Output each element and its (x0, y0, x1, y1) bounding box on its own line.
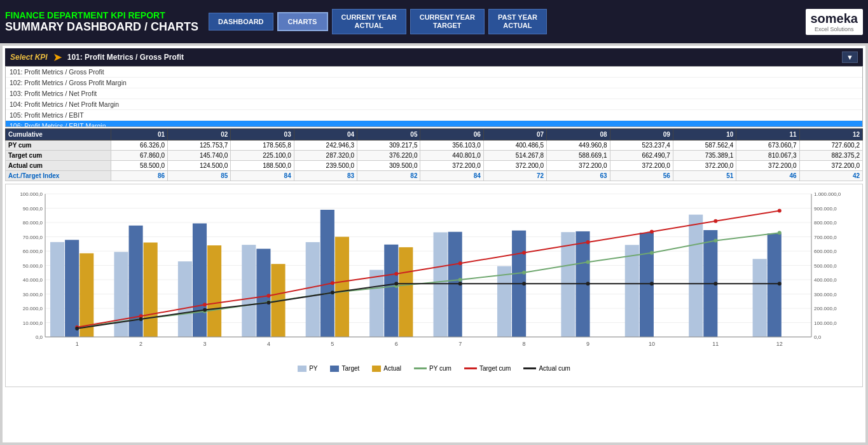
bar-target (320, 210, 334, 337)
chart-dot (331, 281, 334, 285)
table-header: 03 (231, 129, 294, 140)
app-title: FINANCE DEPARTMENT KPI REPORT (5, 10, 198, 20)
table-header: 05 (357, 129, 420, 140)
chart-dot (203, 303, 207, 306)
row-label: Target cum (6, 151, 111, 161)
legend-label: PY cum (429, 365, 451, 372)
chart-dot (266, 301, 270, 305)
x-axis-label: 11 (712, 341, 719, 347)
legend-item: PY (298, 365, 317, 372)
kpi-list-item[interactable]: 106: Profit Metrics / EBIT Margin (6, 121, 862, 127)
x-axis-label: 7 (458, 341, 462, 347)
kpi-list[interactable]: 101: Profit Metrics / Gross Profit102: P… (5, 66, 863, 127)
page-subtitle: SUMMARY DASHBOARD / CHARTS (5, 20, 198, 34)
cell-value: 309.217,5 (357, 140, 420, 151)
kpi-selector-bar: Select KPI ➤ 101: Profit Metrics / Gross… (5, 48, 863, 66)
kpi-dropdown-button[interactable]: ▼ (842, 51, 858, 63)
chart-dot (713, 219, 717, 223)
chart-dot (586, 282, 590, 285)
kpi-list-item[interactable]: 101: Profit Metrics / Gross Profit (6, 67, 862, 78)
chart-dot (713, 239, 717, 243)
logo-name: someka (811, 11, 858, 26)
cell-value: 84 (420, 171, 483, 181)
table-header: 09 (610, 129, 673, 140)
bar-py (50, 242, 64, 337)
cell-value: 372.200,0 (736, 161, 799, 171)
chart-dot (522, 282, 526, 285)
cell-value: 51 (673, 171, 736, 181)
legend-label: Target cum (479, 365, 511, 372)
bar-py (178, 261, 192, 337)
chart-dot (650, 251, 654, 255)
x-axis-label: 8 (523, 341, 526, 347)
cell-value: 372.200,0 (547, 161, 610, 171)
y-axis-right-label: 300.000,0 (814, 292, 837, 298)
bar-py (625, 245, 639, 337)
cell-value: 46 (736, 171, 799, 181)
table-header: 04 (294, 129, 357, 140)
nav-dashboard[interactable]: DASHBOARD (209, 13, 273, 31)
row-label: PY cum (6, 140, 111, 151)
cell-value: 42 (799, 171, 862, 181)
cell-value: 145.740,0 (168, 151, 231, 161)
legend-line-icon (464, 367, 477, 369)
bar-py (242, 245, 256, 337)
cell-value: 242.946,3 (294, 140, 357, 151)
kpi-list-item[interactable]: 102: Profit Metrics / Gross Profit Margi… (6, 78, 862, 88)
chart-dot (331, 291, 334, 294)
bar-actual (399, 247, 413, 337)
cell-value: 588.669,1 (547, 151, 610, 161)
bar-py (306, 242, 320, 337)
table-header: 02 (168, 129, 231, 140)
chart-dot (522, 251, 526, 255)
kpi-list-item[interactable]: 105: Profit Metrics / EBIT (6, 110, 862, 121)
company-logo: someka Excel Solutions (806, 9, 864, 35)
chart-dot (713, 282, 717, 285)
y-axis-left-label: 40.000,0 (23, 277, 43, 283)
nav-past-year-actual[interactable]: PAST YEARACTUAL (488, 9, 547, 34)
y-axis-right-label: 800.000,0 (814, 220, 837, 226)
nav-current-year-target[interactable]: CURRENT YEARTARGET (410, 9, 485, 34)
cell-value: 376.220,0 (357, 151, 420, 161)
cell-value: 86 (111, 171, 168, 181)
chart-dot (394, 282, 398, 285)
legend-item: Actual cum (523, 365, 570, 372)
cell-value: 58.500,0 (111, 161, 168, 171)
y-axis-right-label: 100.000,0 (814, 320, 837, 326)
y-axis-right-label: 0,0 (814, 334, 822, 340)
chart-dot (778, 209, 782, 212)
cell-value: 372.200,0 (483, 161, 546, 171)
y-axis-right-label: 500.000,0 (814, 263, 837, 269)
legend-line-icon (523, 367, 536, 369)
cell-value: 400.486,5 (483, 140, 546, 151)
cell-value: 727.600,2 (799, 140, 862, 151)
kpi-list-item[interactable]: 104: Profit Metrics / Net Profit Margin (6, 99, 862, 110)
legend-item: Actual (372, 365, 401, 372)
cell-value: 66.326,0 (111, 140, 168, 151)
cell-value: 810.067,3 (736, 151, 799, 161)
logo-tagline: Excel Solutions (815, 26, 854, 32)
row-label: Actual cum (6, 161, 111, 171)
cell-value: 225.100,0 (231, 151, 294, 161)
x-axis-label: 9 (586, 341, 589, 347)
cell-value: 178.565,8 (231, 140, 294, 151)
y-axis-left-label: 0,0 (36, 334, 43, 340)
nav-charts[interactable]: CHARTS (277, 12, 328, 31)
cell-value: 63 (547, 171, 610, 181)
kpi-list-item[interactable]: 103: Profit Metrics / Net Profit (6, 88, 862, 99)
y-axis-right-label: 200.000,0 (814, 306, 837, 312)
cell-value: 72 (483, 171, 546, 181)
bar-target (256, 249, 270, 337)
chart-dot (203, 308, 207, 312)
legend-label: Actual (383, 365, 401, 372)
nav-current-year-actual[interactable]: CURRENT YEARACTUAL (332, 9, 406, 34)
y-axis-left-label: 20.000,0 (23, 306, 43, 312)
table-header: 01 (111, 129, 168, 140)
bar-py (114, 252, 128, 337)
table-row: Act./Target Index86858483828472635651464… (6, 171, 863, 181)
cell-value: 188.500,0 (231, 161, 294, 171)
chart-dot (522, 271, 526, 275)
table-header: 06 (420, 129, 483, 140)
cell-value: 673.060,7 (736, 140, 799, 151)
chart-area: 100.000,090.000,080.000,070.000,060.000,… (5, 184, 863, 387)
